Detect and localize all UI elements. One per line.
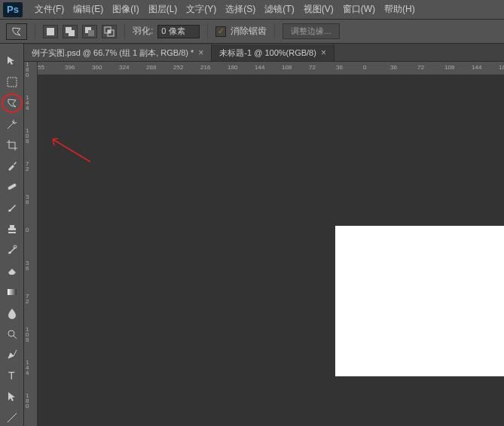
clone-stamp-tool[interactable] bbox=[3, 221, 21, 237]
type-tool[interactable]: T bbox=[3, 367, 21, 384]
menu-type[interactable]: 文字(Y) bbox=[182, 1, 221, 18]
menu-help[interactable]: 帮助(H) bbox=[380, 1, 420, 18]
path-selection-tool[interactable] bbox=[3, 388, 21, 405]
document-tab-0[interactable]: 例子实图.psd @ 66.7% (组 1 副本, RGB/8) * × bbox=[24, 44, 212, 61]
dodge-icon bbox=[6, 328, 18, 340]
refine-edge-button[interactable]: 调整边缘... bbox=[283, 23, 339, 39]
menu-edit[interactable]: 编辑(E) bbox=[69, 1, 108, 18]
menu-bar: Ps 文件(F) 编辑(E) 图像(I) 图层(L) 文字(Y) 选择(S) 滤… bbox=[0, 0, 504, 20]
horizontal-ruler: 5539636032428825221618014410872360367210… bbox=[38, 62, 504, 75]
separator bbox=[274, 23, 275, 40]
document-area: 例子实图.psd @ 66.7% (组 1 副本, RGB/8) * × 未标题… bbox=[24, 44, 504, 426]
antialias-label: 消除锯齿 bbox=[231, 25, 267, 38]
document-tab-1[interactable]: 未标题-1 @ 100%(RGB/8) × bbox=[212, 44, 334, 61]
selection-intersect-button[interactable] bbox=[102, 25, 117, 38]
separator bbox=[124, 23, 125, 40]
crop-tool[interactable] bbox=[3, 137, 21, 154]
svg-point-12 bbox=[8, 330, 14, 336]
svg-rect-4 bbox=[88, 30, 94, 36]
annotation-arrow bbox=[49, 135, 94, 166]
feather-input[interactable] bbox=[157, 25, 200, 38]
eyedropper-tool[interactable] bbox=[3, 157, 21, 174]
menu-window[interactable]: 窗口(W) bbox=[338, 1, 380, 18]
lasso-poly-icon bbox=[11, 26, 23, 38]
droplet-icon bbox=[6, 307, 18, 319]
crop-icon bbox=[6, 139, 18, 151]
separator bbox=[35, 23, 35, 40]
pen-tool[interactable] bbox=[3, 346, 21, 363]
selection-new-button[interactable] bbox=[43, 25, 58, 38]
brush-icon bbox=[6, 202, 18, 214]
brush-tool[interactable] bbox=[3, 199, 21, 216]
vertical-ruler: 180144108723603672108144180 bbox=[24, 62, 38, 426]
rect-int-icon bbox=[103, 26, 115, 38]
tab-bar: 例子实图.psd @ 66.7% (组 1 副本, RGB/8) * × 未标题… bbox=[24, 44, 504, 62]
history-brush-tool[interactable] bbox=[3, 242, 21, 258]
ps-logo: Ps bbox=[3, 2, 23, 17]
svg-rect-7 bbox=[108, 30, 111, 33]
tab-label: 例子实图.psd @ 66.7% (组 1 副本, RGB/8) * bbox=[32, 47, 194, 59]
arrow-cursor-icon bbox=[6, 391, 18, 403]
text-icon: T bbox=[6, 370, 18, 382]
eyedropper-icon bbox=[6, 160, 18, 172]
eraser-tool[interactable] bbox=[3, 263, 21, 279]
rect-add-icon bbox=[64, 26, 76, 38]
canvas[interactable] bbox=[38, 75, 504, 426]
wand-icon bbox=[6, 118, 18, 130]
close-icon[interactable]: × bbox=[198, 47, 203, 58]
move-tool[interactable] bbox=[3, 53, 21, 69]
menu-filter[interactable]: 滤镜(T) bbox=[260, 1, 298, 18]
rect-icon bbox=[44, 26, 57, 38]
feather-label: 羽化: bbox=[133, 25, 153, 38]
gradient-icon bbox=[6, 286, 18, 298]
svg-rect-11 bbox=[8, 289, 17, 295]
svg-rect-8 bbox=[8, 78, 17, 87]
menu-image[interactable]: 图像(I) bbox=[108, 1, 143, 18]
bandage-icon bbox=[6, 181, 18, 193]
antialias-checkbox[interactable]: ✓ bbox=[215, 26, 226, 37]
stamp-icon bbox=[6, 223, 18, 235]
healing-brush-tool[interactable] bbox=[3, 178, 21, 195]
menu-file[interactable]: 文件(F) bbox=[30, 1, 69, 18]
marquee-icon bbox=[6, 76, 18, 88]
history-brush-icon bbox=[6, 244, 18, 256]
magic-wand-tool[interactable] bbox=[3, 116, 21, 132]
svg-text:T: T bbox=[8, 370, 15, 382]
close-icon[interactable]: × bbox=[321, 47, 326, 58]
canvas-artboard bbox=[335, 226, 504, 376]
dodge-tool[interactable] bbox=[3, 326, 21, 342]
lasso-tool[interactable] bbox=[3, 95, 21, 111]
line-icon bbox=[6, 412, 18, 424]
separator bbox=[207, 23, 208, 40]
gradient-tool[interactable] bbox=[3, 284, 21, 300]
line-tool[interactable] bbox=[3, 409, 21, 426]
selection-subtract-button[interactable] bbox=[82, 25, 97, 38]
tab-label: 未标题-1 @ 100%(RGB/8) bbox=[219, 47, 316, 59]
rect-sub-icon bbox=[84, 26, 96, 38]
canvas-wrap: 5539636032428825221618014410872360367210… bbox=[38, 62, 504, 426]
menu-select[interactable]: 选择(S) bbox=[221, 1, 260, 18]
svg-rect-9 bbox=[7, 184, 16, 190]
menu-view[interactable]: 视图(V) bbox=[299, 1, 338, 18]
move-icon bbox=[6, 55, 18, 67]
svg-rect-2 bbox=[69, 30, 75, 36]
tool-palette: T bbox=[0, 44, 24, 426]
eraser-icon bbox=[6, 265, 18, 277]
main-area: T 例子实图.psd @ 66.7% (组 1 副本, RGB/8) * × 未… bbox=[0, 44, 504, 426]
tool-preset-picker[interactable] bbox=[6, 23, 27, 40]
pen-icon bbox=[6, 348, 18, 361]
marquee-tool[interactable] bbox=[3, 74, 21, 90]
menu-layer[interactable]: 图层(L) bbox=[144, 1, 182, 18]
workspace: 180144108723603672108144180 553963603242… bbox=[24, 62, 504, 426]
svg-rect-0 bbox=[47, 28, 54, 35]
blur-tool[interactable] bbox=[3, 305, 21, 321]
lasso-poly-icon bbox=[6, 97, 18, 109]
selection-add-button[interactable] bbox=[63, 25, 78, 38]
options-bar: 羽化: ✓ 消除锯齿 调整边缘... bbox=[0, 20, 504, 44]
